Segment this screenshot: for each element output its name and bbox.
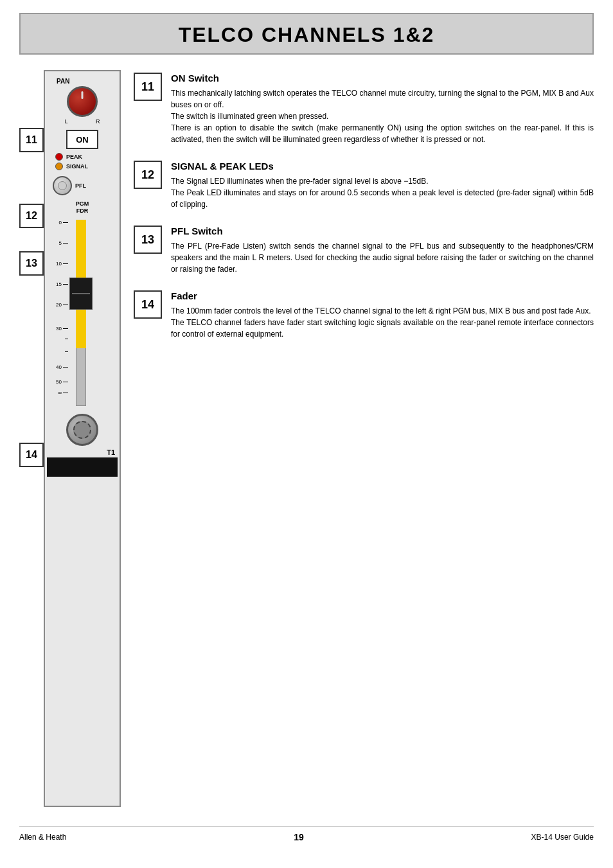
pfl-button-inner: [58, 181, 67, 190]
desc-block-12: 12 SIGNAL & PEAK LEDs The Signal LED ill…: [134, 161, 594, 210]
fader-scale: 0 5 10 15: [50, 220, 68, 406]
tick-30: [63, 328, 68, 329]
desc-content-12: SIGNAL & PEAK LEDs The Signal LED illumi…: [171, 161, 594, 210]
scale-short-2: [64, 351, 68, 352]
pfl-label: PFL: [75, 182, 86, 189]
strip-badge-12: 12: [19, 204, 44, 228]
desc-title-11: ON Switch: [171, 73, 594, 84]
pgm-fdr-label: PGMFDR: [76, 200, 89, 215]
scale-30: 30: [56, 326, 68, 332]
desc-text-11: This mechanically latching switch operat…: [171, 87, 594, 145]
desc-content-13: PFL Switch The PFL (Pre-Fade Listen) swi…: [171, 226, 594, 275]
desc-title-12: SIGNAL & PEAK LEDs: [171, 161, 594, 172]
desc-title-14: Fader: [171, 290, 594, 301]
channel-strip-area: 11 12 13 14 PAN L R: [19, 70, 121, 807]
main-content: 11 12 13 14 PAN L R: [19, 70, 594, 807]
pan-label: PAN: [57, 78, 69, 85]
scale-10: 10: [56, 261, 68, 267]
scale-val-50: 50: [56, 379, 62, 385]
strip-badge-14: 14: [19, 443, 44, 467]
black-bar: [47, 457, 118, 477]
fader-column: [68, 220, 94, 406]
scale-20: 20: [56, 302, 68, 308]
pfl-section: PFL: [50, 176, 114, 195]
signal-label: SIGNAL: [66, 163, 88, 170]
signal-led-row: SIGNAL: [55, 163, 88, 170]
bottom-connector: [66, 414, 98, 446]
desc-badge-12: 12: [134, 161, 162, 189]
on-button[interactable]: ON: [66, 130, 98, 149]
desc-block-11: 11 ON Switch This mechanically latching …: [134, 73, 594, 145]
pfl-button[interactable]: [53, 176, 72, 195]
connector-inner: [73, 421, 91, 439]
tick-40: [63, 367, 68, 368]
page-header: TELCO CHANNELS 1&2: [19, 13, 594, 55]
pan-section: PAN L R: [50, 78, 114, 125]
desc-block-14: 14 Fader The 100mm fader controls the le…: [134, 290, 594, 340]
pan-lr: L R: [65, 118, 100, 125]
pan-L-label: L: [65, 118, 68, 125]
t1-label: T1: [47, 448, 118, 456]
desc-badge-13: 13: [134, 226, 162, 254]
connector-section: T1: [47, 411, 118, 477]
page-footer: Allen & Heath 19 XB-14 User Guide: [19, 826, 594, 842]
tick-50: [63, 382, 68, 382]
left-badges: 11 12 13 14: [19, 70, 44, 807]
peak-led: [55, 153, 63, 161]
scale-val-5: 5: [59, 240, 62, 246]
scale-val-20: 20: [56, 302, 62, 308]
desc-content-11: ON Switch This mechanically latching swi…: [171, 73, 594, 145]
tick-10: [63, 263, 68, 264]
desc-text-12: The Signal LED illuminates when the pre-…: [171, 175, 594, 210]
pan-knob[interactable]: [67, 86, 98, 117]
strip-badge-13: 13: [19, 251, 44, 276]
scale-val-30: 30: [56, 326, 62, 332]
peak-label: PEAK: [66, 154, 82, 160]
footer-right: XB-14 User Guide: [531, 833, 594, 842]
page: TELCO CHANNELS 1&2 11 12 13 14 PAN: [0, 0, 613, 868]
desc-content-14: Fader The 100mm fader controls the level…: [171, 290, 594, 340]
scale-val-40: 40: [56, 364, 62, 370]
desc-text-14: The 100mm fader controls the level of th…: [171, 305, 594, 340]
descriptions: 11 ON Switch This mechanically latching …: [134, 70, 594, 807]
footer-page-number: 19: [294, 832, 304, 842]
strip-body: PAN L R ON PEAK: [44, 70, 121, 807]
scale-inf: ∞: [58, 390, 68, 396]
scale-val-10: 10: [56, 261, 62, 267]
scale-val-inf: ∞: [58, 390, 62, 396]
tick-0: [63, 222, 68, 223]
page-title: TELCO CHANNELS 1&2: [21, 23, 592, 47]
on-section: ON: [50, 130, 114, 149]
pgm-label-text: PGMFDR: [76, 200, 89, 214]
signal-led: [55, 163, 63, 170]
scale-5: 5: [59, 240, 68, 246]
tick-15: [63, 284, 68, 285]
fader-yellow-bottom: [76, 306, 86, 348]
tick-inf: [63, 393, 68, 393]
desc-title-13: PFL Switch: [171, 226, 594, 236]
desc-badge-14: 14: [134, 290, 162, 319]
footer-left: Allen & Heath: [19, 833, 66, 842]
fader-area: 0 5 10 15: [50, 220, 114, 406]
peak-led-row: PEAK: [55, 153, 82, 161]
scale-0: 0: [59, 220, 68, 226]
scale-15: 15: [56, 281, 68, 287]
scale-50: 50: [56, 379, 68, 385]
leds-section: PEAK SIGNAL: [50, 153, 114, 172]
fader-yellow-top: [76, 220, 86, 281]
scale-val-0: 0: [59, 220, 62, 226]
tick-20: [63, 305, 68, 305]
scale-40: 40: [56, 364, 68, 370]
scale-short-1: [64, 339, 68, 339]
tick-5: [63, 243, 68, 244]
fader-knob[interactable]: [69, 278, 93, 310]
strip-badge-11: 11: [19, 128, 44, 152]
scale-val-15: 15: [56, 281, 62, 287]
desc-text-13: The PFL (Pre-Fade Listen) switch sends t…: [171, 240, 594, 275]
desc-block-13: 13 PFL Switch The PFL (Pre-Fade Listen) …: [134, 226, 594, 275]
desc-badge-11: 11: [134, 73, 162, 101]
pan-R-label: R: [96, 118, 100, 125]
